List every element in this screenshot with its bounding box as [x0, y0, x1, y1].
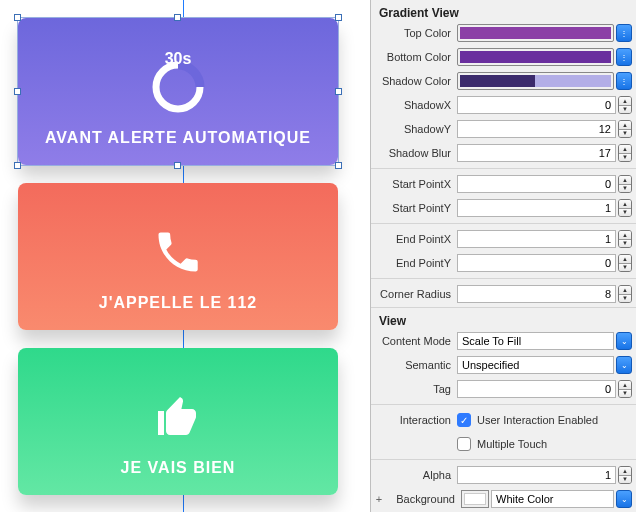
shadow-color-dropdown[interactable]: ⋮ [616, 72, 632, 90]
alpha-stepper[interactable]: ▲▼ [618, 466, 632, 484]
shadowblur-field[interactable] [457, 144, 616, 162]
shadowblur-stepper[interactable]: ▲▼ [618, 144, 632, 162]
ok-title: JE VAIS BIEN [121, 459, 236, 477]
label-top-color: Top Color [371, 27, 457, 39]
card-countdown[interactable]: 30s AVANT ALERTE AUTOMATIQUE [18, 18, 338, 165]
shadowx-field[interactable] [457, 96, 616, 114]
uie-label: User Interaction Enabled [477, 414, 598, 426]
corner-radius-stepper[interactable]: ▲▼ [618, 285, 632, 303]
card-ok[interactable]: JE VAIS BIEN [18, 348, 338, 495]
starty-stepper[interactable]: ▲▼ [618, 199, 632, 217]
content-mode-select[interactable]: Scale To Fill [457, 332, 614, 350]
top-color-dropdown[interactable]: ⋮ [616, 24, 632, 42]
call-title: J'APPELLE LE 112 [99, 294, 258, 312]
uie-checkbox[interactable]: ✓ [457, 413, 471, 427]
shadow-color-well[interactable] [457, 72, 614, 90]
label-interaction: Interaction [371, 414, 457, 426]
startx-field[interactable] [457, 175, 616, 193]
background-add[interactable]: + [375, 493, 383, 505]
ib-canvas[interactable]: 30s AVANT ALERTE AUTOMATIQUE J'APPELLE L… [0, 0, 370, 512]
background-select[interactable]: White Color [491, 490, 614, 508]
label-alpha: Alpha [371, 469, 457, 481]
bottom-color-dropdown[interactable]: ⋮ [616, 48, 632, 66]
card-call[interactable]: J'APPELLE LE 112 [18, 183, 338, 330]
content-mode-dropdown[interactable]: ⌄ [616, 332, 632, 350]
endy-stepper[interactable]: ▲▼ [618, 254, 632, 272]
label-endx: End PointX [371, 233, 457, 245]
section-view: View [371, 307, 636, 330]
starty-field[interactable] [457, 199, 616, 217]
startx-stepper[interactable]: ▲▼ [618, 175, 632, 193]
phone-icon [152, 226, 204, 278]
bottom-color-well[interactable] [457, 48, 614, 66]
semantic-dropdown[interactable]: ⌄ [616, 356, 632, 374]
tag-stepper[interactable]: ▲▼ [618, 380, 632, 398]
semantic-select[interactable]: Unspecified [457, 356, 614, 374]
endx-stepper[interactable]: ▲▼ [618, 230, 632, 248]
label-content-mode: Content Mode [371, 335, 457, 347]
label-tag: Tag [371, 383, 457, 395]
corner-radius-field[interactable] [457, 285, 616, 303]
thumbs-up-icon [154, 393, 202, 441]
countdown-timer-label: 30s [165, 50, 192, 68]
label-bottom-color: Bottom Color [371, 51, 457, 63]
mt-checkbox[interactable] [457, 437, 471, 451]
label-shadowx: ShadowX [371, 99, 457, 111]
label-background: Background [383, 493, 461, 505]
shadowy-stepper[interactable]: ▲▼ [618, 120, 632, 138]
label-shadow-color: Shadow Color [371, 75, 457, 87]
inspector-panel: Gradient View Top Color ⋮ Bottom Color ⋮… [370, 0, 636, 512]
mt-label: Multiple Touch [477, 438, 547, 450]
countdown-title: AVANT ALERTE AUTOMATIQUE [45, 129, 311, 147]
shadowy-field[interactable] [457, 120, 616, 138]
background-dropdown[interactable]: ⌄ [616, 490, 632, 508]
background-swatch[interactable] [461, 490, 489, 508]
label-startx: Start PointX [371, 178, 457, 190]
alpha-field[interactable] [457, 466, 616, 484]
label-endy: End PointY [371, 257, 457, 269]
top-color-well[interactable] [457, 24, 614, 42]
label-corner-radius: Corner Radius [371, 288, 457, 300]
shadowx-stepper[interactable]: ▲▼ [618, 96, 632, 114]
label-shadowblur: Shadow Blur [371, 147, 457, 159]
tag-field[interactable] [457, 380, 616, 398]
endx-field[interactable] [457, 230, 616, 248]
label-starty: Start PointY [371, 202, 457, 214]
section-gradient-view: Gradient View [371, 0, 636, 22]
endy-field[interactable] [457, 254, 616, 272]
label-shadowy: ShadowY [371, 123, 457, 135]
label-semantic: Semantic [371, 359, 457, 371]
